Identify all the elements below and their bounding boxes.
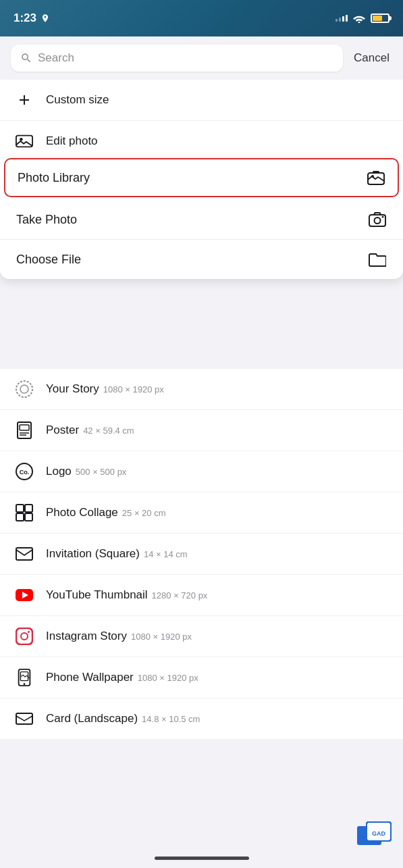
your-story-item[interactable]: Your Story1080 × 1920 px <box>0 369 403 410</box>
photo-library-item[interactable]: Photo Library <box>4 158 399 197</box>
poster-label: Poster42 × 59.4 cm <box>46 424 389 437</box>
svg-point-14 <box>16 381 32 397</box>
list-section: Your Story1080 × 1920 px Poster42 × 59.4… <box>0 369 403 739</box>
search-input-wrapper[interactable] <box>11 45 343 72</box>
svg-rect-23 <box>25 505 32 512</box>
svg-rect-29 <box>16 628 32 644</box>
svg-point-12 <box>375 218 381 224</box>
status-time: 1:23 <box>14 11 50 25</box>
edit-photo-label: Edit photo <box>46 134 389 148</box>
svg-text:Co.: Co. <box>20 469 30 476</box>
instagram-story-icon <box>14 378 35 400</box>
youtube-thumbnail-label: YouTube Thumbnail1280 × 720 px <box>46 588 389 602</box>
instagram-icon <box>14 626 35 647</box>
status-icons <box>335 14 389 23</box>
logo-icon: Co. <box>14 461 35 482</box>
svg-rect-17 <box>20 425 29 430</box>
logo-item[interactable]: Co. Logo500 × 500 px <box>0 451 403 492</box>
youtube-icon <box>14 584 35 606</box>
watermark: GAD <box>356 821 396 848</box>
poster-item[interactable]: Poster42 × 59.4 cm <box>0 410 403 451</box>
svg-rect-22 <box>16 505 24 512</box>
svg-text:GAD: GAD <box>372 830 386 837</box>
card-landscape-label: Card (Landscape)14.8 × 10.5 cm <box>46 712 389 725</box>
instagram-story-label: Instagram Story1080 × 1920 px <box>46 630 389 643</box>
svg-rect-10 <box>373 171 379 173</box>
time-label: 1:23 <box>14 11 36 25</box>
card-landscape-icon <box>14 708 35 730</box>
card-landscape-item[interactable]: Card (Landscape)14.8 × 10.5 cm <box>0 698 403 739</box>
svg-rect-24 <box>16 513 24 521</box>
edit-photo-icon <box>14 130 35 152</box>
status-bar: 1:23 <box>0 0 403 36</box>
home-indicator <box>155 857 249 860</box>
logo-label: Logo500 × 500 px <box>46 465 389 478</box>
phone-wallpaper-label: Phone Wallpaper1080 × 1920 px <box>46 671 389 684</box>
poster-icon <box>14 419 35 441</box>
dropdown-overlay: Photo Library Take Photo <box>0 155 403 279</box>
search-input[interactable] <box>38 51 333 65</box>
svg-rect-26 <box>16 548 32 560</box>
photo-collage-label: Photo Collage25 × 20 cm <box>46 506 389 519</box>
plus-icon <box>14 89 35 111</box>
svg-rect-0 <box>16 136 32 147</box>
svg-point-31 <box>28 631 30 633</box>
take-photo-label: Take Photo <box>16 213 357 227</box>
invitation-label: Invitation (Square)14 × 14 cm <box>46 547 389 561</box>
svg-rect-35 <box>16 713 32 724</box>
invitation-icon <box>14 543 35 565</box>
collage-icon <box>14 502 35 524</box>
custom-size-label: Custom size <box>46 93 389 107</box>
dropdown-card: Photo Library Take Photo <box>0 158 403 279</box>
battery-icon <box>371 14 389 23</box>
instagram-story-item[interactable]: Instagram Story1080 × 1920 px <box>0 616 403 657</box>
signal-icon <box>335 15 348 22</box>
camera-icon <box>368 210 387 229</box>
svg-rect-25 <box>25 513 32 521</box>
svg-point-9 <box>371 175 374 178</box>
search-bar-container: Cancel <box>0 36 403 80</box>
take-photo-item[interactable]: Take Photo <box>0 200 403 240</box>
phone-wallpaper-icon <box>14 667 35 688</box>
location-icon <box>41 14 50 23</box>
phone-wallpaper-item[interactable]: Phone Wallpaper1080 × 1920 px <box>0 657 403 698</box>
choose-file-label: Choose File <box>16 253 357 267</box>
svg-point-13 <box>382 216 384 218</box>
choose-file-item[interactable]: Choose File <box>0 240 403 279</box>
photo-library-icon <box>367 168 385 187</box>
svg-point-1 <box>20 138 23 141</box>
wifi-icon <box>353 14 365 23</box>
svg-point-15 <box>20 385 28 393</box>
photo-library-label: Photo Library <box>18 171 356 185</box>
invitation-item[interactable]: Invitation (Square)14 × 14 cm <box>0 534 403 575</box>
custom-size-item[interactable]: Custom size <box>0 80 403 121</box>
svg-point-30 <box>21 633 28 640</box>
cancel-button[interactable]: Cancel <box>351 49 392 68</box>
youtube-thumbnail-item[interactable]: YouTube Thumbnail1280 × 720 px <box>0 575 403 616</box>
your-story-label: Your Story1080 × 1920 px <box>46 382 389 396</box>
search-icon <box>20 52 32 64</box>
photo-collage-item[interactable]: Photo Collage25 × 20 cm <box>0 492 403 534</box>
folder-icon <box>368 250 387 269</box>
svg-point-34 <box>24 683 26 685</box>
